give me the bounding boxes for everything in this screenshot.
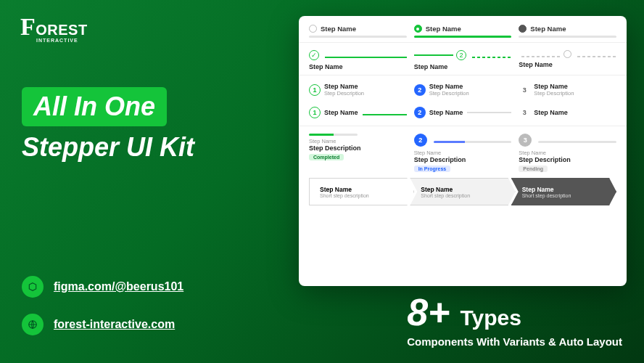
headline-subtitle: Stepper UI Kit	[22, 132, 194, 163]
arrow-step[interactable]: Step Name Short step description	[309, 178, 414, 205]
header-step-done[interactable]: Step Name	[519, 25, 616, 38]
status-chip-completed: Completed	[309, 154, 344, 160]
progress-line	[309, 36, 407, 38]
step-name: Step Name	[519, 150, 616, 156]
status-chip-progress: In Progress	[414, 166, 451, 172]
dashed-line	[472, 57, 511, 58]
num-step-outline[interactable]: 1Step NameStep Description	[309, 80, 407, 99]
types-word: Types	[460, 306, 521, 330]
solid-line	[414, 54, 453, 56]
numbered-line-row: 1Step Name 2Step Name 3Step Name	[309, 104, 616, 121]
circle-icon	[564, 50, 571, 58]
dashed-line	[577, 56, 616, 57]
step-number-badge: 2	[414, 134, 427, 147]
step-name: Step Name	[534, 83, 574, 90]
progress-line	[519, 36, 616, 38]
step-label: Step Name	[519, 61, 616, 68]
arrow-step-name: Step Name	[320, 186, 413, 193]
step-desc: Step Description	[414, 156, 512, 163]
progress-line	[414, 36, 512, 38]
logo-subtitle: INTERACTIVE	[36, 38, 88, 43]
step-label: Step Name	[426, 25, 461, 33]
dashed-line	[521, 56, 561, 57]
radio-active-icon	[414, 25, 422, 33]
links: figma.com/@beerus101 forest-interactive.…	[22, 276, 183, 335]
num-step-filled[interactable]: 2Step NameStep Description	[414, 80, 512, 99]
step-name: Step Name	[309, 138, 407, 144]
ui-kit-preview-card: Step Name Step Name Step Name ✓ Step Nam…	[299, 16, 627, 286]
status-step-pending[interactable]: 3 Step Name Step Description Pending	[519, 131, 616, 172]
status-step-progress[interactable]: 2 Step Name Step Description In Progress	[414, 131, 512, 172]
header-step-active[interactable]: Step Name	[414, 25, 512, 38]
check-line-current[interactable]: 2 Step Name	[414, 47, 512, 70]
step-desc: Step Description	[429, 90, 469, 97]
arrow-stepper: Step Name Short step description Step Na…	[309, 178, 616, 205]
step-number-badge: 1	[309, 84, 321, 96]
step-number-badge: 3	[519, 84, 530, 96]
step-desc: Step Description	[534, 90, 574, 97]
status-chip-pending: Pending	[519, 166, 548, 172]
headline: All In One Stepper UI Kit	[22, 87, 194, 163]
step-name: Step Name	[429, 83, 469, 90]
step-label: Step Name	[321, 25, 356, 33]
status-step-completed[interactable]: Step Name Step Description Completed	[309, 131, 407, 172]
num-line-filled[interactable]: 2Step Name	[414, 104, 512, 121]
types-count: 8+	[407, 290, 450, 334]
solid-line	[325, 57, 407, 58]
solid-line	[363, 114, 407, 115]
headline-badge: All In One	[22, 87, 167, 126]
logo-letter: F	[20, 13, 36, 40]
arrow-step[interactable]: Step Name Short step description	[410, 178, 515, 205]
step-number-badge: 1	[309, 107, 321, 118]
status-row: Step Name Step Description Completed 2 S…	[309, 131, 616, 172]
step-number-badge: 2	[414, 84, 426, 96]
check-line-row: ✓ Step Name 2 Step Name Step Name	[309, 47, 616, 70]
step-name: Step Name	[324, 109, 358, 116]
step-desc: Step Description	[324, 90, 364, 97]
figma-icon	[22, 276, 44, 298]
brand-logo: FOREST INTERACTIVE	[20, 13, 88, 43]
step-number-badge: 3	[519, 107, 530, 118]
check-icon: ✓	[309, 50, 319, 60]
progress-line	[434, 141, 512, 143]
progress-line	[538, 141, 616, 143]
divider	[299, 42, 627, 43]
header-steps-row: Step Name Step Name Step Name	[309, 25, 616, 38]
step-ring-icon: 2	[456, 50, 466, 60]
num-step-plain[interactable]: 3Step NameStep Description	[519, 80, 616, 99]
radio-empty-icon	[309, 25, 317, 33]
globe-icon	[22, 314, 44, 335]
arrow-step-desc: Short step description	[421, 193, 514, 198]
types-subtitle: Components With Variants & Auto Layout	[407, 335, 622, 348]
link-figma-text: figma.com/@beerus101	[54, 280, 183, 293]
link-site-text: forest-interactive.com	[54, 318, 175, 331]
link-site[interactable]: forest-interactive.com	[22, 314, 183, 335]
divider	[299, 75, 627, 76]
step-name: Step Name	[324, 83, 364, 90]
solid-line	[467, 112, 511, 113]
step-desc: Step Description	[519, 156, 616, 163]
step-label: Step Name	[414, 63, 512, 70]
num-line-outline[interactable]: 1Step Name	[309, 104, 407, 121]
check-line-completed[interactable]: ✓ Step Name	[309, 47, 407, 70]
step-number-badge: 3	[519, 134, 532, 147]
arrow-step-desc: Short step description	[320, 193, 413, 198]
radio-done-icon	[519, 25, 527, 33]
arrow-step-desc: Short step description	[522, 193, 616, 198]
arrow-step-active[interactable]: Step Name Short step description	[511, 178, 616, 205]
step-number-badge: 2	[414, 107, 426, 118]
link-figma[interactable]: figma.com/@beerus101	[22, 276, 183, 298]
types-callout: 8+ Types Components With Variants & Auto…	[407, 290, 622, 348]
divider	[299, 126, 627, 126]
arrow-step-name: Step Name	[522, 186, 616, 193]
progress-line	[309, 134, 358, 136]
num-line-plain[interactable]: 3Step Name	[519, 104, 616, 121]
check-line-upcoming[interactable]: Step Name	[519, 47, 616, 70]
numbered-desc-row: 1Step NameStep Description 2Step NameSte…	[309, 80, 616, 99]
step-name: Step Name	[414, 150, 512, 156]
step-name: Step Name	[429, 109, 463, 116]
step-label: Step Name	[309, 63, 407, 70]
header-step-default[interactable]: Step Name	[309, 25, 407, 38]
step-desc: Step Description	[309, 144, 407, 152]
step-label: Step Name	[530, 25, 566, 33]
